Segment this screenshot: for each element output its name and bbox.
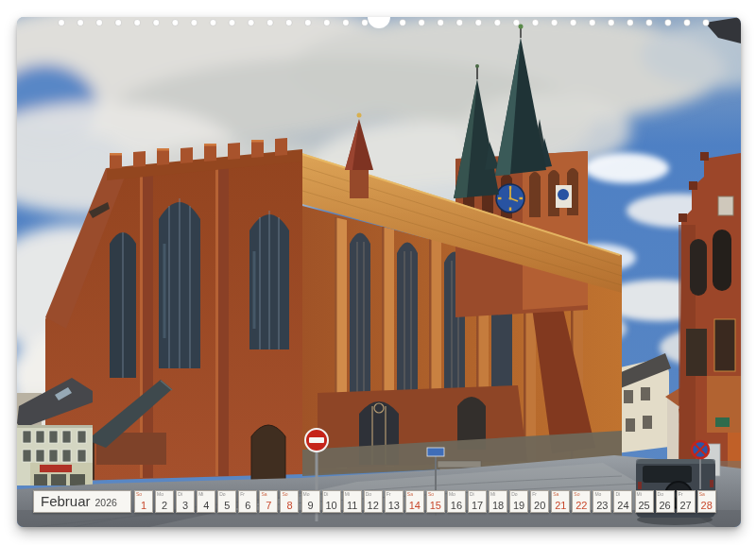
- church-door: [251, 425, 285, 484]
- day-number: 4: [198, 500, 215, 511]
- day-number: 21: [552, 500, 569, 511]
- day-number: 23: [593, 500, 610, 511]
- day-number: 25: [636, 500, 653, 511]
- day-number: 15: [427, 500, 444, 511]
- weekday-abbr: Fr: [387, 491, 391, 498]
- binding-hole: [285, 20, 292, 26]
- weekday-abbr: Mo: [594, 491, 601, 498]
- calendar-day-cell: Do12: [364, 490, 383, 513]
- weekday-abbr: Do: [366, 491, 371, 498]
- binding-hole: [494, 20, 501, 26]
- month-label: Februar: [41, 491, 91, 511]
- calendar-photo: [17, 17, 741, 527]
- binding-hole: [646, 20, 653, 26]
- calendar-strip: Februar 2026 So1Mo2Di3Mi4Do5Fr6Sa7So8Mo9…: [17, 490, 741, 513]
- binding-hole: [400, 20, 406, 26]
- weekday-abbr: Mi: [490, 491, 495, 498]
- weekday-abbr: Mo: [303, 491, 310, 498]
- day-number: 9: [302, 500, 319, 511]
- calendar-day-cell: Fr27: [677, 490, 696, 513]
- calendar-day-cell: Fr13: [385, 490, 404, 513]
- weekday-abbr: Do: [658, 491, 663, 498]
- binding-hole: [419, 20, 425, 26]
- calendar-day-cell: Sa21: [551, 490, 570, 513]
- calendar-day-cell: So8: [280, 490, 299, 513]
- binding-hole: [362, 20, 369, 26]
- calendar-day-cell: So1: [134, 490, 153, 513]
- weekday-abbr: Di: [470, 491, 474, 498]
- day-number: 19: [510, 500, 527, 511]
- weekday-abbr: So: [136, 491, 142, 498]
- calendar-day-cell: Mi25: [635, 490, 654, 513]
- screenshot-stage: Februar 2026 So1Mo2Di3Mi4Do5Fr6Sa7So8Mo9…: [0, 0, 756, 545]
- year-label: 2026: [95, 497, 117, 508]
- day-number: 27: [678, 500, 695, 511]
- calendar-day-cell: Mo23: [593, 490, 611, 513]
- calendar-day-cell: Fr20: [530, 490, 549, 513]
- day-number: 6: [239, 500, 256, 511]
- weekday-abbr: Sa: [407, 491, 413, 498]
- day-number: 1: [135, 500, 152, 511]
- calendar-day-cell: Sa14: [405, 490, 424, 513]
- weekday-abbr: Do: [511, 491, 517, 498]
- binding-hole: [191, 20, 198, 26]
- day-number: 26: [657, 500, 674, 511]
- weekday-abbr: Di: [615, 491, 620, 498]
- weekday-abbr: So: [428, 491, 434, 498]
- weekday-abbr: So: [574, 491, 579, 498]
- day-number: 17: [469, 500, 486, 511]
- calendar-day-cell: Fr6: [238, 490, 257, 513]
- binding-hole: [77, 20, 84, 26]
- blue-sign: [427, 448, 444, 456]
- day-number: 20: [531, 500, 548, 511]
- day-number: 22: [573, 500, 590, 511]
- day-cells: So1Mo2Di3Mi4Do5Fr6Sa7So8Mo9Di10Mi11Do12F…: [134, 490, 716, 513]
- calendar-day-cell: Mi4: [197, 490, 215, 513]
- calendar-day-cell: Mo16: [447, 490, 466, 513]
- weekday-abbr: So: [282, 491, 287, 498]
- binding-hole: [115, 20, 122, 26]
- calendar-day-cell: Di10: [322, 490, 341, 513]
- binding-hole: [229, 20, 235, 26]
- day-number: 12: [365, 500, 382, 511]
- day-number: 2: [156, 500, 173, 511]
- calendar-day-cell: So22: [572, 490, 591, 513]
- weekday-abbr: Sa: [261, 491, 266, 498]
- month-box: Februar 2026: [33, 490, 131, 513]
- day-number: 11: [344, 500, 361, 511]
- binding-hole: [665, 20, 672, 26]
- binding-hole: [608, 20, 614, 26]
- weekday-abbr: Fr: [240, 491, 245, 498]
- weekday-abbr: Mi: [345, 491, 350, 498]
- day-number: 24: [614, 500, 631, 511]
- green-street-sign: [715, 417, 730, 427]
- binding-hole: [475, 20, 482, 26]
- calendar-day-cell: Mi11: [343, 490, 362, 513]
- binding-hole: [248, 20, 254, 26]
- binding-hole: [703, 20, 710, 26]
- binding-hole: [438, 20, 444, 26]
- calendar-day-cell: Di24: [613, 490, 632, 513]
- calendar-day-cell: Do5: [217, 490, 236, 513]
- day-number: 10: [323, 500, 340, 511]
- binding-hole: [343, 20, 350, 26]
- binding-hole: [589, 20, 595, 26]
- binding-hole: [323, 20, 330, 26]
- binding-hole: [532, 20, 539, 26]
- binding-hole: [570, 20, 576, 26]
- binding-hole: [456, 20, 463, 26]
- weekday-abbr: Di: [324, 491, 329, 498]
- weekday-abbr: Mo: [157, 491, 163, 498]
- binding-hole: [210, 20, 216, 26]
- calendar-day-cell: Di17: [468, 490, 487, 513]
- calendar-day-cell: Mo9: [301, 490, 320, 513]
- binding-hole: [96, 20, 103, 26]
- calendar-day-cell: So15: [426, 490, 445, 513]
- weekday-abbr: Do: [219, 491, 225, 498]
- binding-hole: [627, 20, 633, 26]
- calendar-day-cell: Mo2: [155, 490, 174, 513]
- binding-hole: [684, 20, 691, 26]
- calendar-day-cell: Sa28: [697, 490, 716, 513]
- day-number: 8: [281, 500, 298, 511]
- weekday-abbr: Fr: [679, 491, 683, 498]
